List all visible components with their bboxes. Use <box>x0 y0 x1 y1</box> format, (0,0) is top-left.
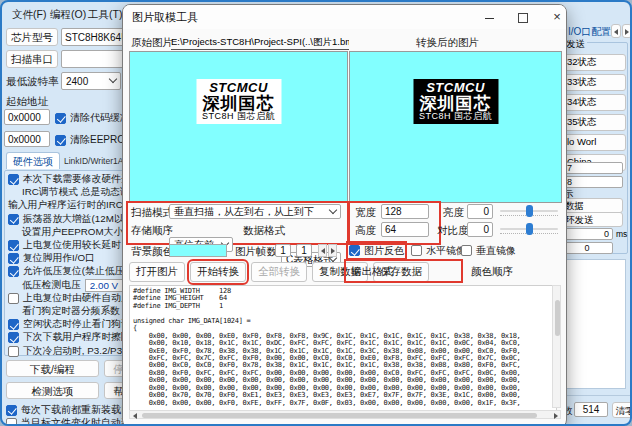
checkbox-icon[interactable] <box>461 245 472 256</box>
converted-image-preview[interactable]: STCMCU 深圳国芯 STC8H 国芯启航 <box>349 51 562 203</box>
horizontal-mirror-label: 水平镜像 <box>426 244 466 258</box>
option-value-field[interactable]: 2.00 V <box>85 279 123 292</box>
checkbox-icon[interactable] <box>55 113 66 124</box>
checkbox-icon[interactable] <box>8 293 19 304</box>
frame-prev-icon[interactable] <box>318 244 327 257</box>
maximize-icon[interactable] <box>509 8 537 26</box>
checkbox-icon[interactable] <box>411 245 422 256</box>
option-label: 振荡器放大增益(12M以上 <box>23 213 134 226</box>
scan-port-button[interactable]: 扫描串口 <box>6 50 58 68</box>
send-button[interactable]: 32状态 <box>563 54 626 71</box>
baud-combo[interactable]: 2400 <box>61 72 121 90</box>
width-field[interactable]: 128 <box>381 204 429 219</box>
send-button[interactable]: lo Worl <box>563 134 626 151</box>
ms-unit-label: ms <box>616 229 627 239</box>
send-field-7[interactable]: 7 <box>563 162 623 174</box>
download-program-button[interactable]: 下载/编程 <box>6 360 99 377</box>
horizontal-scrollbar[interactable] <box>129 410 561 419</box>
checkbox-icon[interactable] <box>8 332 19 343</box>
checkbox-icon[interactable] <box>8 240 19 251</box>
checkbox-icon[interactable] <box>6 405 17 416</box>
code-line: #define IMG_DEPTH 1 <box>133 303 556 310</box>
close-icon[interactable]: × <box>543 8 567 26</box>
logo-line2: 深圳国芯 <box>202 95 275 113</box>
menu-bar: 文件(F) 编程(O) 工具(T) <box>4 4 122 24</box>
scrollbar-thumb[interactable] <box>555 300 560 336</box>
checkbox-icon[interactable] <box>349 245 360 256</box>
checkbox-icon[interactable] <box>55 135 66 146</box>
chip-model-button[interactable]: 芯片型号 <box>6 28 58 46</box>
scroll-left-icon[interactable] <box>133 413 137 419</box>
send-field-8[interactable]: 8 <box>563 176 623 188</box>
frames-label: 图片帧数 <box>235 245 277 259</box>
address-field-2[interactable]: 0x0000 <box>4 131 50 147</box>
dialog-titlebar[interactable]: 图片取模工具 × <box>123 5 566 29</box>
horizontal-mirror-check[interactable]: 水平镜像 <box>411 244 466 257</box>
vertical-mirror-check[interactable]: 垂直镜像 <box>461 244 516 257</box>
checkbox-icon[interactable] <box>8 266 19 277</box>
send-group-title: 发送 <box>564 38 587 51</box>
check-options-button[interactable]: 检测选项 <box>6 382 99 399</box>
checkbox-icon[interactable] <box>6 418 17 426</box>
contrast-field[interactable]: 0 <box>467 222 493 237</box>
checkbox-icon[interactable] <box>8 319 19 330</box>
option-label: 设置用户EEPROM大小 0 <box>22 226 131 239</box>
frame-next-icon[interactable] <box>328 244 337 257</box>
action-button[interactable]: 全部转换 <box>251 262 307 282</box>
send-button[interactable]: 35状态 <box>563 114 626 131</box>
tab-link-writer[interactable]: LinkID/Writer1A/ <box>64 156 126 166</box>
data-format-label: 数据格式 <box>243 224 285 238</box>
autoload-check[interactable]: 当目标文件变化时自动装载 <box>6 416 141 426</box>
brightness-field[interactable]: 0 <box>467 204 493 219</box>
option-label: 输入用户程序运行时的IRC频 <box>8 199 133 212</box>
menu-program[interactable]: 编程(O) <box>50 8 86 22</box>
loop-send-button[interactable]: 环发送 <box>561 212 623 227</box>
clear-counter-button[interactable]: 清零 <box>612 402 632 418</box>
background-color-swatch[interactable] <box>169 244 227 257</box>
logo-line2: 深圳国芯 <box>419 95 492 113</box>
vertical-scrollbar[interactable] <box>552 285 561 408</box>
option-label: 下次下载用户程序时擦除 <box>23 331 131 344</box>
code-output-textarea[interactable]: #define IMG_WIDTH 128#define IMG_HEIGHT … <box>129 285 557 412</box>
checkbox-icon[interactable] <box>8 174 19 185</box>
invert-color-label: 图片反色 <box>364 244 404 258</box>
baud-label: 最低波特率 <box>6 75 59 89</box>
original-image-preview[interactable]: STCMCU 深圳国芯 STC8H 国芯启航 <box>129 51 348 203</box>
tab-scroll-left-icon[interactable] <box>611 24 621 38</box>
address-field-1[interactable]: 0x0000 <box>4 109 50 125</box>
count-field[interactable]: 0 <box>561 242 613 254</box>
logo-line1: STCMCU <box>419 81 492 95</box>
action-button[interactable]: 打开图片 <box>129 262 185 282</box>
tab-io-config[interactable]: I/O口配置 <box>568 25 611 39</box>
receive-listbox[interactable] <box>560 259 626 389</box>
frame-current-field[interactable]: 1 <box>275 244 291 257</box>
reload-target-check[interactable]: 每次下载前都重新装载目标 <box>6 403 141 417</box>
send-button[interactable]: 33状态 <box>563 74 626 91</box>
action-button[interactable]: 开始转换 <box>190 262 246 282</box>
brightness-slider[interactable] <box>500 204 558 218</box>
checkbox-icon[interactable] <box>8 253 19 264</box>
contrast-label: 对比度 <box>437 224 469 238</box>
scan-mode-combo[interactable]: 垂直扫描，从左到右，从上到下 <box>169 204 341 219</box>
checkbox-icon[interactable] <box>8 346 19 357</box>
source-path[interactable]: E:\Projects-STC8H\Project-SPI(..\图片1.bmp <box>171 36 349 50</box>
multi-data-button[interactable]: 数据 <box>561 198 623 213</box>
width-label: 宽度 <box>355 206 376 220</box>
contrast-slider[interactable] <box>500 222 558 236</box>
menu-file[interactable]: 文件(F) <box>12 8 46 22</box>
menu-tools[interactable]: 工具(T) <box>88 8 122 22</box>
scroll-right-icon[interactable] <box>554 413 558 419</box>
tab-hardware-options[interactable]: 硬件选项 <box>6 152 60 169</box>
stc-isp-main-window: 文件(F) 编程(O) 工具(T) 芯片型号 STC8H8K64U 扫描串口 最… <box>0 0 632 426</box>
minimize-icon[interactable] <box>475 8 503 26</box>
interval-ms-field[interactable]: 0 <box>561 228 613 240</box>
send-button[interactable]: 34状态 <box>563 94 626 111</box>
background-color-label: 背景颜色 <box>131 245 173 259</box>
scrollbar-thumb[interactable] <box>142 413 537 418</box>
tab-scroll-right-icon[interactable] <box>622 24 632 38</box>
stcmcu-logo-inverted: STCMCU 深圳国芯 STC8H 国芯启航 <box>413 79 498 124</box>
invert-color-check[interactable]: 图片反色 <box>349 244 404 257</box>
checkbox-icon[interactable] <box>8 214 19 225</box>
height-field[interactable]: 64 <box>381 222 429 237</box>
option-label: 上电复位时由硬件自动启 <box>23 292 131 305</box>
